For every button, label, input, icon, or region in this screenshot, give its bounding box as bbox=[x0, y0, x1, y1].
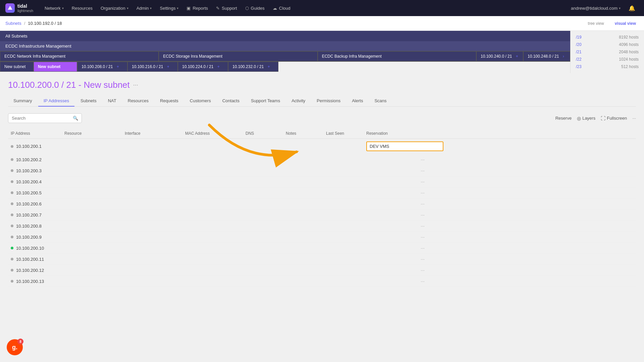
toolbar-more-btn[interactable]: ··· bbox=[632, 116, 636, 121]
search-input[interactable] bbox=[12, 116, 71, 121]
table-row: 10.100.200.2 ··· bbox=[8, 154, 636, 165]
ecdc-infra-row[interactable]: ECDC Infrastructure Management bbox=[0, 41, 570, 51]
row-menu-btn[interactable]: ··· bbox=[417, 212, 427, 218]
tab-ip-addresses[interactable]: IP Addresses bbox=[38, 96, 74, 107]
nav-guides[interactable]: ⬡ Guides bbox=[242, 0, 268, 16]
nav-network[interactable]: Network ▾ bbox=[41, 0, 67, 16]
row-menu-btn[interactable]: ··· bbox=[417, 179, 427, 184]
mask-19[interactable]: /19 8192 hosts bbox=[571, 34, 644, 41]
tab-activity[interactable]: Activity bbox=[286, 96, 311, 107]
nav-cloud[interactable]: ☁ Cloud bbox=[269, 0, 294, 16]
row-menu-btn[interactable]: ··· bbox=[417, 168, 427, 173]
tab-alerts[interactable]: Alerts bbox=[346, 96, 368, 107]
tab-contacts[interactable]: Contacts bbox=[217, 96, 245, 107]
subnet-cell-216[interactable]: 10.100.216.0 / 21 + bbox=[127, 62, 178, 72]
chevron-down-icon: ▾ bbox=[127, 6, 128, 10]
ip-address-cell: 10.100.200.11 bbox=[8, 257, 62, 262]
subnet-tree-area: All Subnets ECDC Infrastructure Manageme… bbox=[0, 31, 644, 73]
reservation-cell[interactable] bbox=[364, 141, 417, 151]
ip-status-dot bbox=[11, 191, 13, 194]
search-icon: 🔍 bbox=[73, 116, 78, 121]
row-menu-btn[interactable]: ··· bbox=[417, 234, 427, 240]
row-menu-btn[interactable]: ··· bbox=[417, 279, 427, 284]
ip-address-cell: 10.100.200.5 bbox=[8, 190, 62, 195]
fullscreen-btn[interactable]: ⛶ Fullscreen bbox=[601, 116, 627, 121]
nav-resources[interactable]: Resources bbox=[68, 0, 96, 16]
reservation-input[interactable] bbox=[366, 141, 443, 151]
table-row: 10.100.200.8 ··· bbox=[8, 221, 636, 232]
ip-address-cell: 10.100.200.8 bbox=[8, 224, 62, 229]
subnet-row-2: ECDC Network Infra Management ECDC Stora… bbox=[0, 51, 570, 61]
table-header: IP Address Resource Interface MAC Addres… bbox=[8, 128, 636, 139]
ip-status-dot bbox=[11, 280, 13, 283]
ip-status-dot bbox=[11, 169, 13, 172]
tab-requests[interactable]: Requests bbox=[155, 96, 184, 107]
mask-23[interactable]: /23 512 hosts bbox=[571, 63, 644, 70]
breadcrumb-subnets-link[interactable]: Subnets bbox=[5, 21, 21, 26]
search-box[interactable]: 🔍 bbox=[8, 113, 82, 123]
row-menu-btn[interactable]: ··· bbox=[417, 267, 427, 273]
tree-view-btn[interactable]: tree view bbox=[585, 20, 607, 27]
row-menu-btn[interactable]: ··· bbox=[417, 245, 427, 251]
nav-support[interactable]: ✎ Support bbox=[213, 0, 240, 16]
svg-marker-0 bbox=[8, 6, 12, 10]
tab-summary[interactable]: Summary bbox=[8, 96, 38, 107]
row-menu-btn[interactable]: ··· bbox=[417, 256, 427, 262]
subnet-cell-240[interactable]: 10.100.240.0 / 21 + bbox=[476, 51, 523, 61]
ip-address-cell: 10.100.200.3 bbox=[8, 168, 62, 173]
subnet-cell-network-infra[interactable]: ECDC Network Infra Management bbox=[0, 51, 159, 61]
tab-scans[interactable]: Scans bbox=[369, 96, 392, 107]
all-subnets-row[interactable]: All Subnets bbox=[0, 31, 570, 41]
tab-support-teams[interactable]: Support Teams bbox=[246, 96, 285, 107]
row-menu-btn[interactable]: ··· bbox=[417, 157, 427, 162]
logo[interactable]: tidal lightmesh bbox=[5, 3, 33, 13]
mask-21[interactable]: /21 2048 hosts bbox=[571, 48, 644, 56]
layers-btn[interactable]: ◎ Layers bbox=[577, 116, 595, 121]
ip-status-dot bbox=[11, 258, 13, 260]
table-row: 10.100.200.1 ··· bbox=[8, 139, 636, 154]
ip-status-dot bbox=[11, 202, 13, 205]
ip-address-cell: 10.100.200.10 bbox=[8, 246, 62, 251]
subnet-cell-new-label[interactable]: New subnet bbox=[0, 62, 34, 72]
view-toggles: tree view visual view bbox=[585, 20, 639, 27]
ip-address-cell: 10.100.200.9 bbox=[8, 235, 62, 240]
nav-reports[interactable]: ▣ Reports bbox=[183, 0, 211, 16]
reserve-btn[interactable]: Reserve bbox=[555, 116, 572, 121]
tab-subnets[interactable]: Subnets bbox=[75, 96, 102, 107]
nav-settings[interactable]: Settings ▾ bbox=[156, 0, 182, 16]
subnet-cell-backup-infra[interactable]: ECDC Backup Infra Management bbox=[318, 51, 476, 61]
logo-text: tidal lightmesh bbox=[17, 3, 33, 13]
row-menu-btn[interactable]: ··· bbox=[417, 190, 427, 195]
row-menu-btn[interactable]: ··· bbox=[417, 223, 427, 229]
tab-bar: Summary IP Addresses Subnets NAT Resourc… bbox=[8, 96, 636, 107]
chevron-down-icon: ▾ bbox=[619, 6, 621, 10]
subnet-cell-storage-infra[interactable]: ECDC Storage Inra Management bbox=[159, 51, 317, 61]
nav-admin[interactable]: Admin ▾ bbox=[133, 0, 155, 16]
tab-customers[interactable]: Customers bbox=[184, 96, 216, 107]
mask-20[interactable]: /20 4096 hosts bbox=[571, 41, 644, 48]
ip-address-cell: 10.100.200.4 bbox=[8, 179, 62, 184]
subnet-cell-224[interactable]: 10.100.224.0 / 21 + bbox=[178, 62, 228, 72]
title-more-btn[interactable]: ··· bbox=[133, 81, 138, 88]
breadcrumb-current: 10.100.192.0 / 18 bbox=[28, 21, 62, 26]
chevron-down-icon: ▾ bbox=[177, 6, 178, 10]
row-menu-btn[interactable]: ··· bbox=[417, 201, 427, 206]
visual-view-btn[interactable]: visual view bbox=[612, 20, 639, 27]
subnet-cell-208[interactable]: 10.100.208.0 / 21 + bbox=[77, 62, 127, 72]
table-row: 10.100.200.13 ··· bbox=[8, 276, 636, 287]
ip-status-dot bbox=[11, 145, 13, 148]
nav-organization[interactable]: Organization ▾ bbox=[97, 0, 132, 16]
logo-icon bbox=[5, 3, 15, 13]
breadcrumb: Subnets / 10.100.192.0 / 18 tree view vi… bbox=[0, 16, 644, 31]
notifications-bell[interactable]: 🔔 bbox=[625, 0, 639, 16]
subnet-cell-new-selected[interactable]: New subnet bbox=[34, 62, 77, 72]
tab-resources[interactable]: Resources bbox=[122, 96, 154, 107]
mask-22[interactable]: /22 1024 hosts bbox=[571, 56, 644, 63]
table-row: 10.100.200.3 ··· bbox=[8, 165, 636, 176]
subnet-cell-232[interactable]: 10.100.232.0 / 21 + bbox=[228, 62, 278, 72]
subnet-cell-248[interactable]: 10.100.248.0 / 21 › bbox=[523, 51, 570, 61]
ip-status-dot bbox=[11, 180, 13, 183]
tab-nat[interactable]: NAT bbox=[103, 96, 122, 107]
nav-user-menu[interactable]: andrew@tidalcloud.com ▾ bbox=[568, 0, 624, 16]
tab-permissions[interactable]: Permissions bbox=[311, 96, 346, 107]
